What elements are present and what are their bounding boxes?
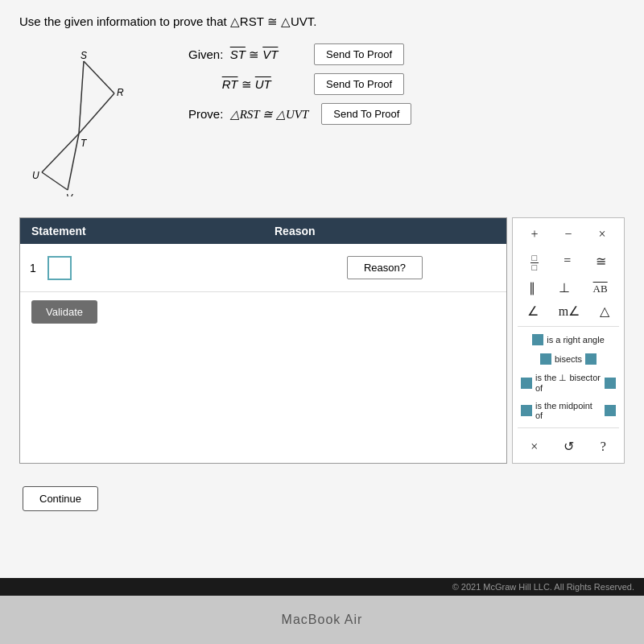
reason-button-1[interactable]: Reason? [347,256,423,279]
geometry-figure: S R T U V [19,52,164,200]
panel-undo-button[interactable]: ↺ [559,436,578,456]
perp-bisector-placeholder2 [605,378,616,389]
svg-text:S: S [80,52,87,61]
parallel-button[interactable]: ∥ [525,278,539,298]
symbol-row-right-angle: is a right angle [518,332,619,348]
svg-line-5 [68,134,79,190]
proof-area: Statement Reason 1 Reason? Validate [19,217,625,464]
plus-button[interactable]: + [526,225,542,244]
symbol-row-2: □□ = ≅ [518,247,619,275]
continue-button[interactable]: Continue [23,486,98,511]
validate-row: Validate [20,292,506,332]
svg-line-3 [42,134,79,172]
congruent-button[interactable]: ≅ [592,251,610,271]
overline-ab-button[interactable]: AB [589,279,612,298]
reason-column-header: Reason [263,218,506,244]
given2-row: RT ≅ UT Send To Proof [188,73,411,95]
symbol-bottom-row: × ↺ ? [518,436,619,456]
midpoint-placeholder1 [521,405,532,416]
bisects-button[interactable]: bisects [537,351,600,367]
statement-cell-1 [39,251,263,285]
reason-cell-1: Reason? [263,251,506,284]
macbook-label: MacBook Air [282,613,363,627]
prove-row: Prove: △RST ≅ △UVT Send To Proof [188,103,411,125]
prove-label: Prove: △RST ≅ △UVT [188,107,308,122]
m-angle-button[interactable]: m∠ [555,301,584,321]
symbol-row-4: ∠ m∠ △ [518,301,619,321]
send-to-proof-given1-button[interactable]: Send To Proof [314,43,404,65]
svg-text:R: R [117,87,124,98]
svg-line-4 [42,172,68,190]
given1-st: ST [230,47,246,61]
proof-table-body: 1 Reason? Validate [20,244,506,405]
panel-help-button[interactable]: ? [597,437,610,456]
minus-button[interactable]: − [560,225,576,244]
given2-rt: RT [222,77,238,91]
midpoint-placeholder2 [605,405,616,416]
symbol-row-1: + − × [518,225,619,244]
given2-ut: UT [255,77,271,91]
given1-label: Given: ST ≅ VT [188,47,301,62]
given-prove-area: Given: ST ≅ VT Send To Proof RT ≅ UT Sen… [188,43,411,125]
fraction-button[interactable]: □□ [526,247,543,275]
times-button[interactable]: × [594,225,609,244]
given1-row: Given: ST ≅ VT Send To Proof [188,43,411,65]
svg-text:V: V [66,192,73,196]
bisects-placeholder2 [585,353,597,365]
svg-line-2 [79,61,84,134]
perp-bisector-placeholder1 [521,378,532,389]
right-angle-placeholder [532,334,543,345]
equals-button[interactable]: = [559,251,575,270]
statement-column-header: Statement [20,218,263,244]
symbol-row-perp-bisector: is the ⊥ bisector of [518,370,619,395]
symbol-row-bisects: bisects [518,351,619,367]
statement-input-box-1[interactable] [47,256,72,280]
proof-table: Statement Reason 1 Reason? Validate [19,217,507,464]
given2-label: RT ≅ UT [188,77,301,92]
footer-text: © 2021 McGraw Hill LLC. All Rights Reser… [452,582,634,592]
perp-button[interactable]: ⊥ [555,278,574,298]
svg-line-1 [79,93,114,134]
triangle-button[interactable]: △ [596,301,613,321]
midpoint-button[interactable]: is the midpoint of [518,398,619,423]
proof-table-header: Statement Reason [20,218,506,244]
bisects-placeholder1 [540,353,551,365]
send-to-proof-prove-button[interactable]: Send To Proof [321,103,411,125]
svg-text:T: T [80,138,88,149]
angle-button[interactable]: ∠ [523,301,543,321]
perp-bisector-button[interactable]: is the ⊥ bisector of [518,370,619,395]
symbol-panel: + − × □□ = ≅ ∥ ⊥ AB ∠ [512,217,625,464]
prove-math: △RST ≅ △UVT [230,108,309,121]
panel-close-button[interactable]: × [526,437,542,456]
symbol-row-3: ∥ ⊥ AB [518,278,619,298]
footer: © 2021 McGraw Hill LLC. All Rights Reser… [0,578,644,596]
svg-text:U: U [32,170,39,181]
proof-row-1: 1 Reason? [20,244,506,292]
is-right-angle-button[interactable]: is a right angle [529,332,608,348]
macbook-bar: MacBook Air [0,596,644,644]
instructions-text: Use the given information to prove that … [19,14,625,29]
symbol-row-midpoint: is the midpoint of [518,398,619,423]
send-to-proof-given2-button[interactable]: Send To Proof [314,73,404,95]
svg-line-0 [84,61,114,93]
row-1-number: 1 [20,262,39,275]
validate-button[interactable]: Validate [31,300,97,324]
given1-vt: VT [262,47,278,61]
